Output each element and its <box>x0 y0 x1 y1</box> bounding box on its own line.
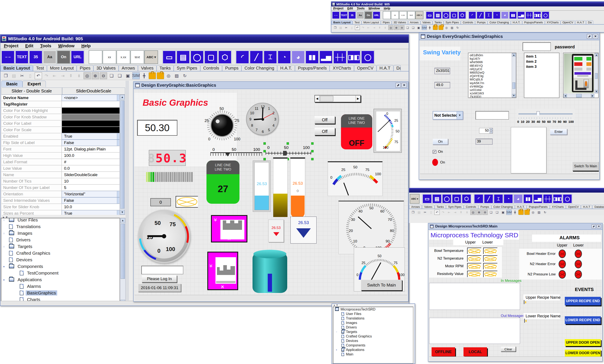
tree-item[interactable]: TestComponent <box>1 270 120 276</box>
palette-icon[interactable]: ‒ ‒ <box>1 50 14 64</box>
palette-tab[interactable]: Valves <box>420 20 432 24</box>
palette-icon[interactable]: ◨◧ <box>347 50 361 64</box>
palette-tab[interactable]: Pipes <box>77 65 93 71</box>
palette-icon[interactable]: ▭ <box>426 11 433 19</box>
tool-button[interactable]: ▤ <box>10 72 18 79</box>
tool-button[interactable]: ⊖ <box>400 25 404 30</box>
menu-item[interactable]: Project <box>0 43 22 48</box>
list-item[interactable]: uz01stw <box>470 88 515 92</box>
palette-tab[interactable]: H.A.T. <box>511 20 522 24</box>
list-item[interactable]: M6052wQ <box>470 71 515 74</box>
tool-button[interactable] <box>433 25 438 30</box>
tree-item[interactable]: ○ Targets <box>1 243 120 250</box>
palette-tab[interactable]: Tanks <box>157 65 174 71</box>
tool-button[interactable] <box>439 25 443 30</box>
tool-button[interactable]: ◎ <box>165 72 172 79</box>
palette-tab[interactable]: Popups/Panels <box>295 65 330 71</box>
tool-button[interactable]: ╋ <box>140 72 148 79</box>
tree-item[interactable]: ○ Images <box>1 230 120 236</box>
silver-dial-gauge[interactable]: 0 25 50 75 100 <box>138 210 190 263</box>
tree-scrollbar[interactable]: ▲▼ <box>120 218 126 305</box>
upper-recipe-end-button[interactable]: UPPER RECIPE END <box>565 297 601 305</box>
property-value[interactable] <box>62 108 125 114</box>
tree-expand-handle[interactable]: ○ <box>3 218 5 222</box>
property-value[interactable]: SliderDoubleScale <box>62 172 125 178</box>
tool-button[interactable]: ╋ <box>512 210 518 215</box>
list-item[interactable]: wyA5K7m <box>470 81 515 85</box>
tool-button[interactable]: ⊕ <box>92 72 99 79</box>
property-value[interactable]: 0.0 <box>62 165 125 172</box>
numeric-display[interactable]: 50.30 <box>137 120 177 136</box>
palette-icon[interactable]: ▂▅ <box>533 194 542 204</box>
tool-button[interactable]: ▯ <box>26 72 34 79</box>
property-value[interactable]: 10 <box>62 178 125 184</box>
property-value[interactable]: True <box>62 210 125 215</box>
palette-tab[interactable]: Color Changing <box>491 205 515 209</box>
tool-button[interactable]: ⇞ <box>377 25 382 30</box>
missing-gauge-upper[interactable] <box>467 263 481 269</box>
tool-button[interactable]: ⇥ <box>452 210 458 215</box>
alarm-led-lower[interactable] <box>575 270 582 279</box>
tree-item[interactable]: Crafted Graphics <box>333 334 413 339</box>
tool-button[interactable]: ▨ <box>450 25 454 30</box>
tool-button[interactable]: ⇞ <box>67 72 75 79</box>
seven-segment-display[interactable]: 8 50.3 <box>149 150 186 166</box>
tool-button[interactable]: ▣ <box>416 25 421 30</box>
missing-gauge-upper[interactable] <box>467 248 481 254</box>
tool-button[interactable]: ❏ <box>108 72 115 79</box>
tool-button[interactable]: ↶ <box>355 25 360 30</box>
lower-recipe-end-button[interactable]: LOWER RECIPE END <box>565 316 601 324</box>
palette-tab[interactable]: Databas <box>592 205 604 209</box>
tool-button[interactable]: ◎ <box>530 210 536 215</box>
color-swatch[interactable] <box>62 108 125 114</box>
property-value[interactable] <box>62 101 125 108</box>
tool-button[interactable]: ↶ <box>434 210 440 215</box>
palette-icon[interactable]: text <box>407 11 415 19</box>
on-button[interactable]: On <box>433 139 448 145</box>
palette-icon[interactable]: ▂▅ <box>517 11 525 19</box>
orange-tank-gauge[interactable]: 26.53 ◇ <box>290 158 305 218</box>
palette-tab[interactable]: Popups/Panels <box>522 20 545 24</box>
tool-button[interactable]: ↻ <box>542 210 548 215</box>
palette-icon[interactable]: ⌶ <box>264 50 277 64</box>
palette-tab[interactable]: XYCharts <box>550 205 566 209</box>
palette-icon[interactable]: ◜ <box>474 194 483 204</box>
palette-tab[interactable]: Controls <box>200 65 222 71</box>
tool-button[interactable]: ✂ <box>344 25 349 30</box>
tool-button[interactable]: ❐ <box>410 210 416 215</box>
lower-recipe-placeholder[interactable] <box>524 319 525 323</box>
offline-button[interactable]: OFFLINE <box>432 347 455 356</box>
image-scroll-panel[interactable]: ▲▼ ◀ ▶ <box>563 53 599 98</box>
tool-button[interactable]: ❏ <box>405 25 410 30</box>
palette-tab[interactable]: Da <box>393 65 401 71</box>
palette-tab[interactable]: Pumps <box>222 65 241 71</box>
led-bar-graph[interactable] <box>146 172 196 182</box>
palette-tab[interactable]: Pumps <box>478 205 491 209</box>
out-messages-box[interactable] <box>429 318 520 344</box>
palette-icon[interactable]: ABC ▾ <box>415 11 423 19</box>
tool-button[interactable]: ╋ <box>427 25 432 30</box>
upper-door-open-button[interactable]: UPPER DOOR OPEN <box>565 339 601 346</box>
palette-icon[interactable]: ┼┼ <box>525 11 533 19</box>
palette-icon[interactable]: TEXT <box>340 11 348 19</box>
knob-widget[interactable]: 0 25 50 75 100 <box>204 107 239 141</box>
dial-gauge[interactable]: 0 10 20 30 40 50 60 70 80 90 100 <box>339 201 404 254</box>
palette-icon[interactable] <box>383 11 391 19</box>
scrollbar-widget[interactable]: ◀ ▶ <box>315 95 361 102</box>
palette-icon[interactable]: ▂▅ <box>319 50 333 64</box>
palette-tab[interactable]: More Layout <box>362 20 381 24</box>
login-button[interactable]: Please Log In <box>142 275 177 282</box>
maximize-icon[interactable]: ⬈ <box>396 83 401 87</box>
palette-icon[interactable]: ◜ <box>236 50 249 64</box>
swinggraphics-canvas[interactable]: Swing Variety password o81dh0mkg14i7rwhe… <box>420 41 599 174</box>
tool-button[interactable]: ❐ <box>333 25 338 30</box>
property-value[interactable]: True <box>62 133 125 140</box>
palette-tab[interactable]: Da <box>586 20 593 24</box>
palette-tab[interactable]: Tanks <box>432 20 444 24</box>
palette-icon[interactable]: ◨◧ <box>534 11 541 19</box>
on-led[interactable]: On <box>432 159 445 166</box>
tool-button[interactable]: ❏ <box>411 25 415 30</box>
tool-button[interactable]: ⇤ <box>51 72 58 79</box>
palette-icon[interactable]: ‒ ‒ <box>332 11 340 19</box>
tool-button[interactable]: ↶ <box>35 72 42 79</box>
